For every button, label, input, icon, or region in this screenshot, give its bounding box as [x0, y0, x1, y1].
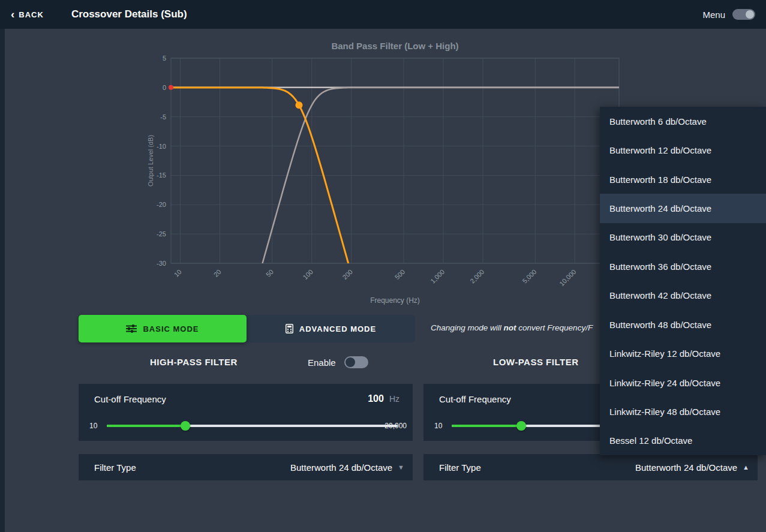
svg-text:10: 10	[173, 268, 183, 278]
hpf-enable-toggle[interactable]	[344, 356, 368, 368]
hpf-slider-track[interactable]	[107, 425, 398, 427]
hpf-cutoff-label: Cut-off Frequency	[94, 394, 166, 404]
svg-text:50: 50	[265, 268, 275, 278]
hpf-section-label: HIGH-PASS FILTER	[150, 357, 238, 367]
chevron-down-icon: ▼	[398, 464, 404, 471]
dropdown-option[interactable]: Butterworth 12 db/Octave	[600, 136, 766, 164]
svg-text:-30: -30	[157, 260, 166, 267]
lpf-filter-type-select[interactable]: Filter Type Butterworth 24 db/Octave ▲	[423, 454, 758, 480]
calculator-icon	[286, 324, 293, 333]
lpf-slider-min: 10	[434, 422, 442, 430]
dropdown-option[interactable]: Bessel 12 db/Octave	[600, 426, 766, 455]
hpf-slider-knob[interactable]	[181, 421, 190, 431]
dropdown-option[interactable]: Linkwitz-Riley 48 db/Octave	[600, 397, 766, 426]
lpf-section-label: LOW-PASS FILTER	[493, 357, 578, 367]
hpf-slider-min: 10	[89, 422, 97, 430]
svg-text:500: 500	[393, 268, 406, 281]
crossover-details-screen: ‹ BACK Crossover Details (Sub) Menu Band…	[0, 0, 766, 532]
advanced-mode-label: ADVANCED MODE	[299, 324, 376, 333]
svg-text:5: 5	[163, 55, 166, 62]
svg-text:-10: -10	[157, 143, 166, 150]
svg-text:-5: -5	[160, 113, 166, 121]
svg-text:-15: -15	[157, 172, 166, 179]
menu-label: Menu	[702, 10, 725, 20]
svg-text:-25: -25	[157, 230, 166, 238]
x-axis-label: Frequency (Hz)	[370, 296, 420, 305]
hpf-cutoff-unit: Hz	[389, 394, 399, 404]
hpf-cutoff-panel: Cut-off Frequency 100 Hz 10 20,000	[79, 384, 413, 441]
hpf-filter-type-value: Butterworth 24 db/Octave	[290, 462, 392, 473]
dropdown-option[interactable]: Butterworth 24 db/Octave	[600, 194, 766, 223]
lpf-slider-fill	[452, 425, 521, 427]
bandpass-chart: Band Pass Filter (Low + High) 50-5-10-15…	[144, 36, 621, 313]
page-title: Crossover Details (Sub)	[71, 8, 187, 20]
svg-text:2,000: 2,000	[468, 268, 485, 285]
lpf-filter-type-value: Butterworth 24 db/Octave	[635, 462, 737, 473]
hpf-enable-label: Enable	[308, 357, 336, 368]
dropdown-option[interactable]: Linkwitz-Riley 12 db/Octave	[600, 339, 766, 368]
hpf-enable-toggle-knob	[346, 357, 355, 367]
dropdown-option[interactable]: Butterworth 30 db/Octave	[600, 223, 766, 252]
dropdown-option[interactable]: Butterworth 42 db/Octave	[600, 281, 766, 310]
svg-text:200: 200	[341, 268, 354, 281]
menu-toggle-knob	[746, 10, 754, 19]
hpf-filter-type-label: Filter Type	[94, 462, 136, 473]
left-edge-strip	[0, 29, 5, 532]
svg-text:1,000: 1,000	[429, 268, 446, 285]
bandpass-chart-svg[interactable]: 50-5-10-15-20-25-301020501002005001,0002…	[144, 36, 621, 313]
hpf-filter-type-select[interactable]: Filter Type Butterworth 24 db/Octave ▼	[79, 454, 413, 480]
dropdown-option[interactable]: Butterworth 36 db/Octave	[600, 252, 766, 281]
mode-change-note: Changing mode will not convert Frequency…	[431, 323, 599, 336]
hpf-slider-max: 20,000	[384, 422, 407, 430]
svg-text:20: 20	[212, 268, 223, 278]
dropdown-option[interactable]: Linkwitz-Riley 24 db/Octave	[600, 368, 766, 397]
dropdown-option[interactable]: Butterworth 18 db/Octave	[600, 165, 766, 194]
back-button[interactable]: ‹ BACK	[11, 10, 44, 20]
dropdown-option[interactable]: Butterworth 6 db/Octave	[600, 107, 766, 136]
hpf-cutoff-slider: 10 20,000	[79, 419, 413, 437]
basic-mode-label: BASIC MODE	[143, 324, 199, 333]
svg-text:10,000: 10,000	[558, 268, 577, 287]
advanced-mode-button[interactable]: ADVANCED MODE	[247, 315, 415, 342]
svg-text:100: 100	[302, 268, 314, 281]
basic-mode-button[interactable]: BASIC MODE	[79, 315, 247, 342]
back-label: BACK	[19, 10, 44, 19]
lpf-slider-knob[interactable]	[516, 421, 526, 431]
chevron-up-icon: ▲	[743, 464, 749, 471]
svg-text:0: 0	[163, 84, 166, 91]
low-pass-preview	[171, 88, 619, 287]
lpf-filter-type-label: Filter Type	[439, 462, 481, 473]
lpf-cutoff-handle[interactable]	[295, 101, 302, 109]
header-bar: ‹ BACK Crossover Details (Sub) Menu	[0, 0, 766, 29]
hpf-edge-marker[interactable]	[169, 85, 173, 90]
high-pass-preview	[171, 88, 619, 287]
menu-toggle[interactable]	[732, 9, 755, 20]
dropdown-option[interactable]: Butterworth 48 db/Octave	[600, 310, 766, 339]
svg-text:5,000: 5,000	[521, 268, 538, 285]
filter-type-dropdown: Butterworth 6 db/OctaveButterworth 12 db…	[600, 107, 766, 455]
lpf-cutoff-label: Cut-off Frequency	[439, 394, 511, 404]
y-axis-label: Output Level (dB)	[147, 135, 154, 187]
hpf-cutoff-value: 100	[368, 393, 384, 404]
hpf-slider-fill	[107, 425, 185, 427]
sliders-icon	[126, 324, 137, 333]
back-chevron-icon: ‹	[11, 8, 14, 20]
svg-text:-20: -20	[157, 201, 166, 208]
